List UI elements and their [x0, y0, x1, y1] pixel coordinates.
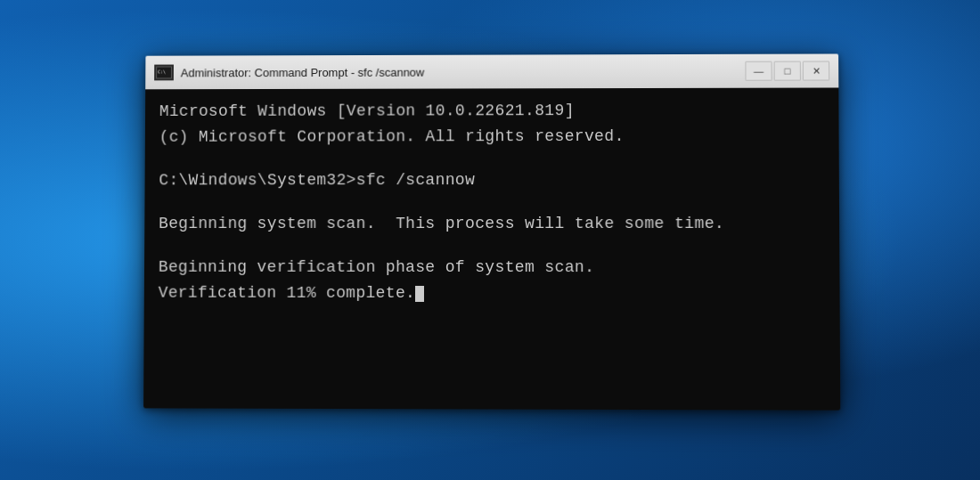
- terminal-spacer-2: [159, 193, 825, 209]
- cmd-icon: [154, 64, 174, 80]
- terminal-line-2: (c) Microsoft Corporation. All rights re…: [159, 124, 825, 149]
- close-button[interactable]: ✕: [803, 61, 829, 80]
- minimize-button[interactable]: —: [745, 61, 772, 80]
- title-bar: Administrator: Command Prompt - sfc /sca…: [145, 53, 838, 89]
- maximize-button[interactable]: □: [774, 61, 801, 80]
- terminal-spacer-1: [159, 150, 824, 167]
- terminal-line-6: Verification 11% complete.: [159, 281, 826, 305]
- terminal-body: Microsoft Windows [Version 10.0.22621.81…: [143, 87, 840, 410]
- window-controls: — □ ✕: [745, 61, 829, 80]
- terminal-spacer-3: [159, 237, 825, 253]
- terminal-line-3: C:\Windows\System32>sfc /scannow: [159, 167, 824, 192]
- command-prompt-window: Administrator: Command Prompt - sfc /sca…: [143, 53, 840, 410]
- window-title: Administrator: Command Prompt - sfc /sca…: [181, 64, 739, 79]
- terminal-line-1: Microsoft Windows [Version 10.0.22621.81…: [159, 98, 825, 123]
- terminal-cursor: [415, 285, 424, 301]
- terminal-line-4: Beginning system scan. This process will…: [159, 211, 825, 235]
- terminal-line-5: Beginning verification phase of system s…: [159, 255, 825, 279]
